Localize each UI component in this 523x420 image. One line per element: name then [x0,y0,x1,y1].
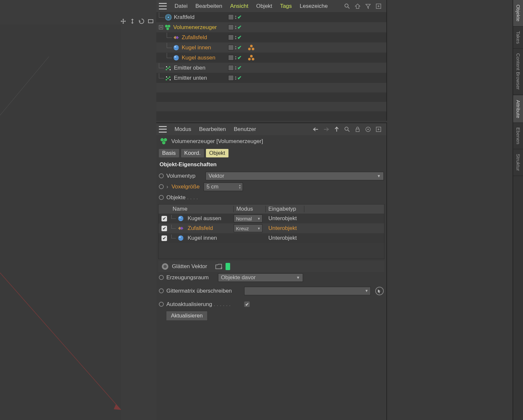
menu-tags[interactable]: Tags [276,3,296,9]
update-button[interactable]: Aktualisieren [166,311,208,321]
svg-line-1 [0,57,49,115]
field-override-grid[interactable]: ▼ [244,287,371,295]
anim-bullet[interactable] [159,302,164,307]
viewport-rotate-icon[interactable] [138,18,145,25]
visibility-toggle[interactable]: ✔ [235,65,242,71]
anim-bullet[interactable] [159,173,164,178]
up-icon[interactable] [333,125,341,133]
col-mode[interactable]: Modus [234,206,266,212]
dynamics-tag[interactable] [248,55,254,61]
target-icon[interactable] [364,125,372,133]
dropdown-volume-type[interactable]: Vektor▼ [206,172,384,180]
search-icon[interactable] [343,125,351,133]
object-label[interactable]: Emitter unten [174,75,207,81]
mode-dropdown[interactable]: Normal▼ [234,215,262,222]
tree-row[interactable]: −Volumenerzeuger✔ [156,22,386,32]
forward-icon[interactable] [322,125,330,133]
menu-edit[interactable]: Bearbeiten [192,3,226,9]
side-tab-structure[interactable]: Struktur [513,149,523,176]
menu-object[interactable]: Objekt [252,3,276,9]
menu-mode[interactable]: Modus [171,126,195,133]
object-label[interactable]: Kraftfeld [174,14,194,21]
filter-icon[interactable] [364,2,372,10]
tree-row[interactable]: Zufallsfeld✔ [156,32,386,42]
col-name[interactable]: Name [170,206,234,212]
menu-edit[interactable]: Bearbeiten [195,126,230,133]
row-checkbox[interactable]: ✔ [161,216,167,221]
object-tree[interactable]: Kraftfeld✔−Volumenerzeuger✔Zufallsfeld✔K… [156,12,386,121]
tree-row[interactable]: Emitter unten✔ [156,73,386,83]
visibility-toggle[interactable]: ✔ [235,14,242,20]
side-tab-attribute[interactable]: Attribute [513,95,523,123]
viewport[interactable] [0,0,156,420]
add-panel-icon[interactable] [375,2,382,10]
object-label[interactable]: Emitter oben [174,65,205,71]
row-checkbox[interactable]: ✔ [161,235,167,241]
disclosure-icon[interactable]: › [166,184,168,190]
menu-user[interactable]: Benutzer [230,126,260,133]
layer-tag[interactable] [228,75,234,81]
object-label[interactable]: Volumenerzeuger [173,24,217,31]
hamburger-icon[interactable] [159,3,167,9]
filter-active-icon[interactable] [226,263,230,270]
anim-bullet[interactable] [159,184,164,189]
lock-icon[interactable] [354,125,362,133]
viewport-move-icon[interactable] [120,18,127,25]
layer-tag[interactable] [228,35,234,40]
search-icon[interactable] [343,2,351,10]
table-row[interactable]: ✔ZufallsfeldKreuz▼Unterobjekt [159,223,384,233]
row-name: Kugel innen [188,235,217,241]
layer-tag[interactable] [228,45,234,50]
home-icon[interactable] [354,2,362,10]
hamburger-icon[interactable] [159,126,167,133]
layer-tag[interactable] [228,55,234,60]
menu-view[interactable]: Ansicht [226,3,252,9]
visibility-toggle[interactable]: ✔ [235,55,242,61]
expander-icon[interactable]: − [159,25,163,29]
add-panel-icon[interactable] [375,125,382,133]
mode-dropdown[interactable]: Kreuz▼ [234,224,262,232]
tree-row[interactable]: Kugel aussen✔ [156,53,386,63]
picker-icon[interactable] [375,287,384,295]
object-label[interactable]: Kugel aussen [182,55,215,61]
visibility-toggle[interactable]: ✔ [235,44,242,51]
anim-bullet[interactable] [159,288,164,293]
visibility-toggle[interactable]: ✔ [235,34,242,40]
tab-basis[interactable]: Basis [159,149,179,157]
visibility-toggle[interactable]: ✔ [235,75,242,81]
menu-bookmarks[interactable]: Lesezeiche [296,3,332,9]
side-tab-objects[interactable]: Objekte [513,0,523,26]
layer-tag[interactable] [228,24,234,30]
checkbox-auto-update[interactable]: ✔ [244,301,250,307]
label-volume-type: Volumentyp [166,173,203,179]
tab-coord[interactable]: Koord. [181,149,204,157]
object-label[interactable]: Zufallsfeld [182,34,207,41]
add-folder-icon[interactable]: + [215,263,223,270]
object-label[interactable]: Kugel innen [182,44,211,51]
tree-row[interactable]: Emitter oben✔ [156,63,386,73]
back-icon[interactable] [312,125,320,133]
viewport-frame-icon[interactable] [147,18,154,25]
dropdown-creation-space[interactable]: Objekte davor▼ [218,273,303,282]
field-voxel-size[interactable]: 5 cm ▲▼ [204,183,243,191]
dynamics-tag[interactable] [248,44,254,51]
tree-row[interactable]: Kraftfeld✔ [156,12,386,22]
layer-tag[interactable] [228,65,234,71]
tab-object[interactable]: Objekt [206,149,228,157]
anim-bullet[interactable] [159,275,164,280]
svg-rect-25 [166,79,167,80]
side-tab-layers[interactable]: Ebenen [513,123,523,149]
visibility-toggle[interactable]: ✔ [235,24,242,30]
anim-bullet[interactable] [159,195,164,200]
menu-file[interactable]: Datei [171,3,192,9]
table-row[interactable]: ✔Kugel innenUnterobjekt [159,233,384,243]
viewport-zoom-icon[interactable] [129,18,136,25]
row-checkbox[interactable]: ✔ [161,226,167,231]
table-row[interactable]: ✔Kugel aussenNormal▼Unterobjekt [159,214,384,223]
tree-row[interactable]: Kugel innen✔ [156,42,386,53]
layer-tag[interactable] [228,14,234,20]
col-input-type[interactable]: Eingabetyp [266,206,304,212]
svg-point-30 [345,127,348,130]
side-tab-takes[interactable]: Takes [513,26,523,49]
side-tab-content-browser[interactable]: Content Browser [513,49,523,95]
